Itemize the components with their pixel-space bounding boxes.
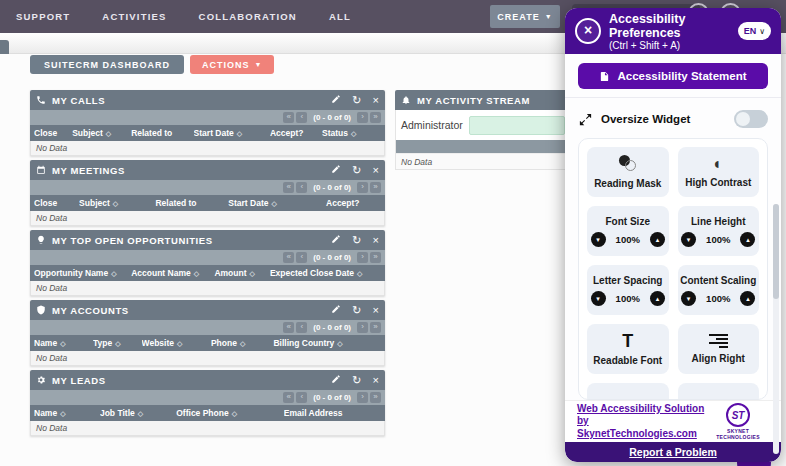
sort-icon: ◇ <box>138 410 143 417</box>
suitecrm-dashboard-button[interactable]: SUITECRM DASHBOARD <box>30 55 184 74</box>
pager-last-button[interactable]: » <box>370 182 381 193</box>
pager-last-button[interactable]: » <box>370 392 381 403</box>
dashlet-my-top-open-opportunities: MY TOP OPEN OPPORTUNITIES ↻ × « ‹ (0 - 0… <box>30 230 385 296</box>
column-name[interactable]: Name◇ <box>34 338 93 348</box>
reading-mask-card[interactable]: Reading Mask <box>587 147 669 197</box>
close-icon[interactable]: × <box>373 375 379 386</box>
post-input[interactable] <box>469 116 565 135</box>
column-start-date[interactable]: Start Date◇ <box>194 128 270 138</box>
column-job-title[interactable]: Job Title◇ <box>100 408 176 418</box>
edit-icon[interactable] <box>331 164 341 176</box>
pager-first-button[interactable]: « <box>283 392 294 403</box>
create-button[interactable]: CREATE ▼ <box>490 5 560 28</box>
decrease-button[interactable]: ▾ <box>591 291 606 306</box>
pager-last-button[interactable]: » <box>370 322 381 333</box>
increase-button[interactable]: ▴ <box>740 232 755 247</box>
edit-icon[interactable] <box>331 374 341 386</box>
increase-button[interactable]: ▴ <box>650 291 665 306</box>
column-status[interactable]: Status◇ <box>322 128 381 138</box>
pager-next-button[interactable]: › <box>357 392 368 403</box>
column-opportunity-name[interactable]: Opportunity Name◇ <box>34 268 131 278</box>
refresh-icon[interactable]: ↻ <box>352 375 361 386</box>
increase-button[interactable]: ▴ <box>740 291 755 306</box>
nav-item-support[interactable]: SUPPORT <box>0 11 86 22</box>
skynet-link[interactable]: Web Accessibility Solution by SkynetTech… <box>577 403 707 441</box>
close-icon[interactable]: × <box>575 18 601 44</box>
pager-first-button[interactable]: « <box>283 322 294 333</box>
close-icon[interactable]: × <box>373 95 379 106</box>
pager-prev-button[interactable]: ‹ <box>296 392 307 403</box>
oversize-widget-toggle[interactable] <box>734 110 768 128</box>
language-selector[interactable]: EN ∨ <box>738 22 771 40</box>
column-close[interactable]: Close <box>34 128 72 138</box>
edit-icon[interactable] <box>331 234 341 246</box>
nav-item-activities[interactable]: ACTIVITIES <box>86 11 182 22</box>
statement-label: Accessibility Statement <box>617 70 746 82</box>
column-name[interactable]: Name◇ <box>34 408 100 418</box>
decrease-button[interactable]: ▾ <box>681 291 696 306</box>
column-amount[interactable]: Amount◇ <box>214 268 270 278</box>
phone-icon <box>36 95 46 105</box>
pager-last-button[interactable]: » <box>370 252 381 263</box>
column-email-address[interactable]: Email Address <box>284 408 381 418</box>
column-close[interactable]: Close <box>34 198 79 208</box>
pager-next-button[interactable]: › <box>357 182 368 193</box>
refresh-icon[interactable]: ↻ <box>352 235 361 246</box>
nav-item-all[interactable]: ALL <box>313 11 367 22</box>
align-center-card[interactable] <box>587 383 669 400</box>
column-subject[interactable]: Subject◇ <box>72 128 131 138</box>
nav-item-collaboration[interactable]: COLLABORATION <box>183 11 313 22</box>
refresh-icon[interactable]: ↻ <box>352 305 361 316</box>
pager-next-button[interactable]: › <box>357 252 368 263</box>
edit-icon[interactable] <box>331 94 341 106</box>
column-accept[interactable]: Accept? <box>270 128 322 138</box>
accessibility-statement-button[interactable]: Accessibility Statement <box>578 63 768 89</box>
column-subject[interactable]: Subject◇ <box>79 198 155 208</box>
pager-first-button[interactable]: « <box>283 252 294 263</box>
close-icon[interactable]: × <box>373 165 379 176</box>
column-account-name[interactable]: Account Name◇ <box>131 268 214 278</box>
readable-font-card[interactable]: T Readable Font <box>587 324 669 374</box>
increase-button[interactable]: ▴ <box>650 232 665 247</box>
align-left-card[interactable] <box>678 383 760 400</box>
column-website[interactable]: Website◇ <box>142 338 211 348</box>
column-billing-country[interactable]: Billing Country◇ <box>273 338 381 348</box>
pager-last-button[interactable]: » <box>370 112 381 123</box>
pager-prev-button[interactable]: ‹ <box>296 182 307 193</box>
sort-icon: ◇ <box>60 410 65 417</box>
refresh-icon[interactable]: ↻ <box>352 95 361 106</box>
no-data-text: No Data <box>36 283 67 293</box>
column-related-to[interactable]: Related to <box>131 128 193 138</box>
pager-first-button[interactable]: « <box>283 112 294 123</box>
pager-prev-button[interactable]: ‹ <box>296 322 307 333</box>
dashlet-title: MY CALLS <box>52 95 320 106</box>
close-icon[interactable]: × <box>373 235 379 246</box>
align-right-card[interactable]: Align Right <box>678 324 760 374</box>
edit-icon[interactable] <box>331 304 341 316</box>
dashlet-header: MY MEETINGS ↻ × <box>30 160 385 180</box>
pager-next-button[interactable]: › <box>357 112 368 123</box>
column-accept[interactable]: Accept? <box>305 198 381 208</box>
close-icon[interactable]: × <box>373 305 379 316</box>
pager-prev-button[interactable]: ‹ <box>296 252 307 263</box>
column-office-phone[interactable]: Office Phone◇ <box>176 408 284 418</box>
high-contrast-card[interactable]: ◐ High Contrast <box>678 147 760 197</box>
column-phone[interactable]: Phone◇ <box>211 338 273 348</box>
refresh-icon[interactable]: ↻ <box>352 165 361 176</box>
pager-first-button[interactable]: « <box>283 182 294 193</box>
decrease-button[interactable]: ▾ <box>591 232 606 247</box>
gear-icon <box>36 375 46 385</box>
sort-icon: ◇ <box>232 410 237 417</box>
pager-prev-button[interactable]: ‹ <box>296 112 307 123</box>
column-expected-close-date[interactable]: Expected Close Date◇ <box>270 268 381 278</box>
report-a-problem-link[interactable]: Report a Problem <box>565 442 781 462</box>
pager-next-button[interactable]: › <box>357 322 368 333</box>
scrollbar-thumb[interactable] <box>773 204 779 299</box>
column-header-row: Name◇ Job Title◇ Office Phone◇ Email Add… <box>30 405 385 421</box>
sort-icon: ◇ <box>111 270 116 277</box>
decrease-button[interactable]: ▾ <box>681 232 696 247</box>
column-related-to[interactable]: Related to <box>155 198 228 208</box>
column-type[interactable]: Type◇ <box>93 338 142 348</box>
column-start-date[interactable]: Start Date◇ <box>228 198 304 208</box>
actions-button[interactable]: ACTIONS ▼ <box>190 55 274 74</box>
